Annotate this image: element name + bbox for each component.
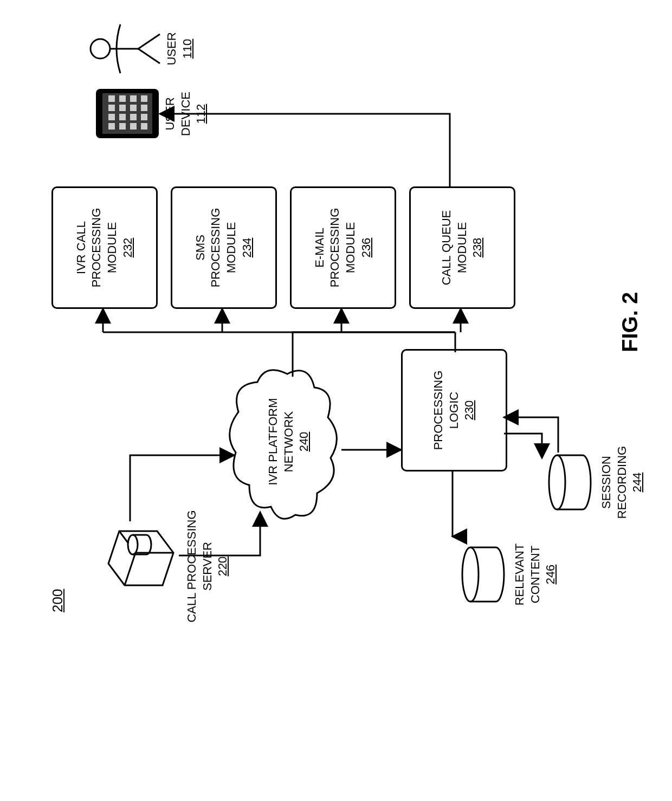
ivr-call-module-box: IVR CALL PROCESSING MODULE 232: [51, 186, 158, 309]
svg-rect-20: [141, 95, 147, 102]
svg-rect-7: [108, 105, 115, 111]
ivr-platform-network-label: IVR PLATFORM NETWORK 240: [266, 393, 312, 490]
tablet-icon: [95, 88, 160, 139]
server-icon: [103, 520, 179, 596]
svg-rect-18: [141, 114, 147, 120]
svg-rect-8: [108, 95, 115, 102]
user-label: USER 110: [164, 27, 195, 70]
svg-rect-17: [141, 123, 147, 130]
figure-reference: 200: [49, 589, 67, 612]
session-recording-db-icon: [547, 450, 596, 515]
svg-rect-16: [130, 95, 137, 102]
call-queue-module-box: CALL QUEUE MODULE 238: [409, 186, 515, 309]
svg-rect-13: [130, 123, 137, 130]
svg-rect-5: [108, 123, 115, 130]
relevant-content-label: RELEVANT CONTENT 246: [512, 528, 559, 621]
svg-point-21: [91, 39, 110, 59]
processing-logic-box: PROCESSING LOGIC 230: [401, 349, 507, 471]
svg-rect-12: [119, 95, 126, 102]
svg-rect-15: [130, 105, 137, 111]
sms-module-box: SMS PROCESSING MODULE 234: [171, 186, 277, 309]
person-icon: [87, 19, 163, 79]
svg-rect-14: [130, 114, 137, 120]
svg-point-1: [462, 547, 479, 602]
svg-rect-11: [119, 105, 126, 111]
svg-point-0: [128, 535, 138, 554]
svg-rect-10: [119, 114, 126, 120]
session-recording-label: SESSION RECORDING 244: [599, 436, 645, 528]
relevant-content-db-icon: [461, 542, 509, 607]
svg-point-2: [549, 455, 565, 509]
user-device-label: USER DEVICE 112: [163, 87, 209, 141]
svg-rect-9: [119, 123, 126, 130]
svg-rect-19: [141, 105, 147, 111]
svg-rect-6: [108, 114, 115, 120]
figure-label: FIG. 2: [618, 292, 642, 352]
email-module-box: E-MAIL PROCESSING MODULE 236: [290, 186, 396, 309]
